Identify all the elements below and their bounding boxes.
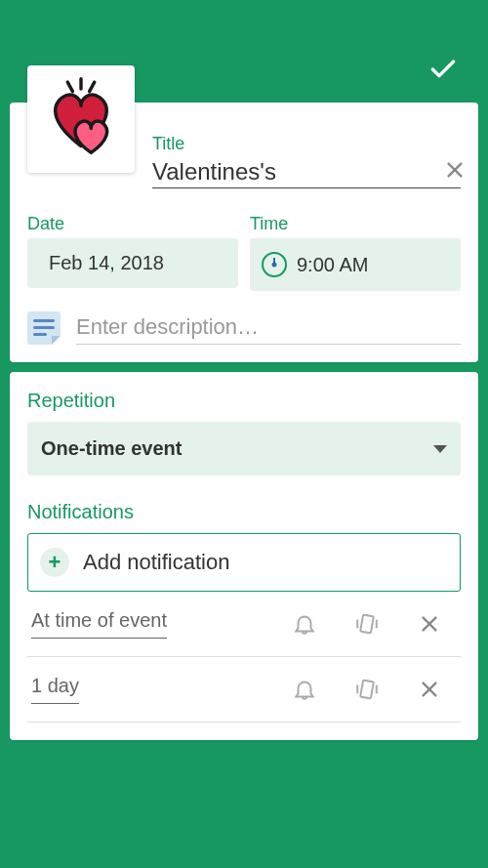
confirm-save-button[interactable] — [427, 54, 459, 89]
description-icon — [27, 311, 61, 345]
hearts-icon — [39, 77, 123, 161]
clear-title-button[interactable] — [444, 159, 466, 185]
time-picker[interactable]: 9:00 AM — [250, 238, 461, 291]
notification-bell-toggle[interactable] — [277, 611, 332, 637]
date-picker[interactable]: Feb 14, 2018 — [27, 238, 238, 288]
event-icon-picker[interactable] — [27, 65, 135, 173]
repetition-select[interactable]: One-time event — [27, 422, 461, 475]
notification-vibrate-toggle[interactable] — [340, 611, 394, 637]
notification-time-select[interactable]: 1 day — [31, 675, 269, 704]
repetition-notifications-card: Repetition One-time event Notifications … — [10, 372, 478, 740]
svg-line-1 — [67, 82, 72, 91]
notification-row: At time of event — [27, 592, 461, 657]
notifications-label: Notifications — [27, 501, 461, 523]
title-label: Title — [152, 134, 461, 154]
description-input[interactable] — [76, 310, 461, 345]
repetition-value: One-time event — [41, 437, 182, 460]
notification-row: 1 day — [27, 657, 461, 723]
notification-bell-toggle[interactable] — [277, 677, 332, 702]
svg-rect-10 — [360, 681, 374, 699]
event-details-card: Title Date Feb 14, 2018 Time 9:00 AM — [10, 103, 478, 362]
notification-delete-button[interactable] — [402, 613, 457, 635]
repetition-label: Repetition — [27, 390, 461, 412]
chevron-down-icon — [433, 445, 447, 453]
svg-rect-5 — [360, 615, 374, 634]
notification-time-select[interactable]: At time of event — [31, 609, 269, 639]
add-notification-button[interactable]: + Add notification — [27, 533, 461, 592]
time-value: 9:00 AM — [297, 254, 368, 276]
date-value: Feb 14, 2018 — [49, 252, 164, 274]
clock-icon — [262, 252, 287, 277]
notification-vibrate-toggle[interactable] — [340, 677, 394, 702]
time-label: Time — [250, 214, 461, 234]
svg-line-2 — [90, 82, 95, 91]
notification-delete-button[interactable] — [402, 679, 457, 700]
add-notification-label: Add notification — [83, 550, 229, 575]
title-input[interactable] — [152, 158, 444, 186]
plus-icon: + — [40, 548, 69, 577]
date-label: Date — [27, 214, 238, 234]
